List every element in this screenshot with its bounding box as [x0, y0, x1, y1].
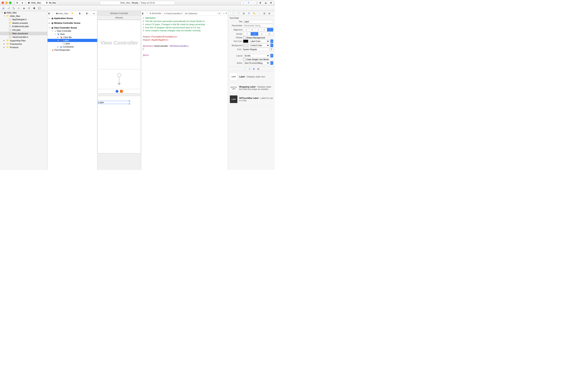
code-editor[interactable]: // WARNING // This file has been generat… [141, 16, 228, 170]
bindings-inspector-tab[interactable]: ▦ [262, 12, 266, 15]
placeholder-input[interactable] [243, 24, 273, 27]
test-tab[interactable]: ◆ [22, 7, 26, 10]
project-navigator-tab[interactable]: ▤ [2, 7, 5, 10]
resize-handle[interactable] [129, 103, 130, 105]
arrow-down-icon [118, 83, 121, 85]
font-picker-button[interactable]: T [270, 48, 273, 51]
connections-inspector-tab[interactable]: → [257, 12, 261, 15]
run-button[interactable]: ▶ [15, 1, 20, 5]
toggle-inspector-button[interactable]: ◨ [268, 1, 273, 5]
outline-win-scene[interactable]: ▶▦Window Controller Scene [47, 21, 97, 25]
file-inspector-tab[interactable]: 📄 [232, 12, 235, 15]
nav-products[interactable]: ▶📁Products [0, 46, 47, 49]
issues-tab[interactable]: ⚠ [17, 7, 21, 10]
report-tab[interactable]: 💬 [38, 7, 41, 10]
counterpart-prev-button[interactable]: 〈 [216, 12, 218, 15]
back-button[interactable]: 〈 [144, 12, 146, 15]
first-responder-dock-icon[interactable] [120, 90, 123, 93]
close-window-button[interactable] [2, 2, 4, 4]
canvas-window-body[interactable]: View Controller [97, 20, 141, 69]
crumb-file[interactable]: h ViewController.h [164, 12, 182, 15]
text-color-swatch[interactable] [243, 40, 248, 43]
add-editor-button[interactable]: ＋ [223, 12, 225, 15]
nav-file-storyboard[interactable]: ◧Main.storyboard [0, 32, 47, 35]
segue-arrow[interactable] [97, 69, 141, 89]
outline-vc[interactable]: ▼●View Controller [47, 29, 97, 32]
assistant-editor-button[interactable]: ⊚ [246, 1, 251, 5]
nav-file-appdelegate[interactable]: hAppDelegate.h [0, 18, 47, 21]
nav-root[interactable]: ▼▣Hello_Mac [0, 11, 47, 14]
canvas-view-body[interactable]: Label [97, 96, 141, 153]
stop-button[interactable]: ■ [20, 1, 25, 5]
outline-label-selected[interactable]: ▼🔖Label [47, 39, 97, 42]
object-library-tab[interactable]: ◉ [253, 67, 255, 70]
nav-file-assets[interactable]: 📁Assets.xcassets [0, 21, 47, 25]
related-items-button[interactable]: ◧ [142, 12, 144, 15]
source-control-tab[interactable]: ⎇ [7, 7, 10, 10]
minimize-window-button[interactable] [5, 2, 8, 4]
library-item-label[interactable]: Label Label - Displays static text. [228, 71, 275, 83]
outline-first-responder[interactable]: ◉First Responder [47, 48, 97, 52]
activity-viewer[interactable]: Hello_Mac: Ready | Today at 23:16 [100, 1, 175, 5]
crumb-vc[interactable]: ● … [93, 12, 97, 15]
counterpart-next-button[interactable]: 〉 [220, 12, 222, 15]
toggle-debug-button[interactable]: ⬓ [263, 1, 268, 5]
standard-editor-button[interactable]: ≡ [241, 1, 246, 5]
draws-background-checkbox[interactable] [243, 36, 246, 39]
library-item-touchbar-label[interactable]: Label NSTouchBar Label - Label for use i… [228, 94, 275, 105]
outline-app-scene[interactable]: ▶▦Application Scene [47, 17, 97, 20]
nav-group[interactable]: ▼📁Hello_Mac [0, 14, 47, 18]
forward-button[interactable]: 〉 [53, 12, 55, 15]
outline-label-cell[interactable]: □Label [47, 42, 97, 45]
background-color-select[interactable]: Control Color [249, 44, 270, 47]
code-snippet-tab[interactable]: {} [249, 67, 250, 70]
attributes-inspector-tab[interactable]: ⬇ [247, 12, 251, 15]
background-color-swatch[interactable] [243, 44, 248, 47]
nav-frameworks[interactable]: ▶📁Frameworks [0, 42, 47, 46]
scheme-selector[interactable]: ▣ Hello_Mac 〉 🖥 My Mac [26, 1, 58, 5]
crumb-automatic[interactable]: ⊚ Automatic [149, 12, 161, 15]
effects-inspector-tab[interactable]: ◧ [268, 12, 271, 15]
nav-file-entitlements[interactable]: ≡Entitlements.plist [0, 25, 47, 28]
related-items-button[interactable]: ◧ [48, 12, 50, 15]
identity-inspector-tab[interactable]: ▦ [242, 12, 245, 15]
breakpoint-tab[interactable]: ⬢ [32, 7, 36, 10]
crumb-project[interactable]: ▣ Hello_Mac [56, 12, 69, 15]
close-editor-button[interactable]: ✕ [225, 12, 227, 15]
text-color-select[interactable]: Label Color [249, 40, 270, 43]
back-button[interactable]: 〈 [51, 12, 53, 15]
alignment-segment[interactable]: ≡≡≡≡— [243, 28, 273, 31]
border-segment[interactable]: □▭▭◯ [243, 32, 273, 36]
font-input[interactable] [242, 48, 269, 51]
crumb-file[interactable]: ◧ … [79, 12, 83, 15]
outline-view[interactable]: ▼▦View [47, 32, 97, 36]
forward-button[interactable]: 〉 [147, 12, 149, 15]
help-inspector-tab[interactable]: ? [237, 12, 240, 15]
nav-file-info[interactable]: ≡Info.plist [0, 28, 47, 32]
size-inspector-tab[interactable]: 📏 [252, 12, 256, 15]
version-editor-button[interactable]: ↔ [251, 1, 256, 5]
debug-tab[interactable]: ☰ [27, 7, 31, 10]
single-line-checkbox[interactable] [243, 58, 246, 61]
action-select[interactable]: Sent On End Editing [243, 61, 270, 65]
outline-vc-scene[interactable]: ▼▦View Controller Scene [47, 26, 97, 29]
nav-file-viewcontroller[interactable]: hViewController.h [0, 35, 47, 39]
crumb-folder[interactable]: 📁 … [71, 12, 76, 15]
view-controller-dock-icon[interactable] [116, 90, 118, 93]
outline-constraints[interactable]: ▶▦Constraints [47, 45, 97, 48]
crumb-scene[interactable]: ◧ … [86, 12, 91, 15]
file-template-tab[interactable]: 📄 [244, 67, 246, 70]
outline-clickme[interactable]: ▶🔖Click Me [47, 36, 97, 39]
toggle-navigator-button[interactable]: ◧ [258, 1, 263, 5]
media-library-tab[interactable]: ▦ [257, 67, 259, 70]
counterpart-counter: 3 [218, 12, 220, 15]
zoom-window-button[interactable] [9, 2, 11, 4]
resize-handle[interactable] [129, 100, 130, 101]
canvas-label-selected[interactable]: Label [98, 101, 130, 104]
nav-supporting[interactable]: ▶📁Supporting Files [0, 39, 47, 42]
find-tab[interactable]: 🔍 [12, 7, 15, 10]
title-input[interactable] [243, 20, 273, 23]
crumb-selection[interactable]: No Selection [185, 12, 197, 15]
library-item-wrapping-label[interactable]: Multi-line Label Wrapping Label - Displa… [228, 83, 275, 94]
layout-select[interactable]: Scrolls [243, 54, 270, 57]
